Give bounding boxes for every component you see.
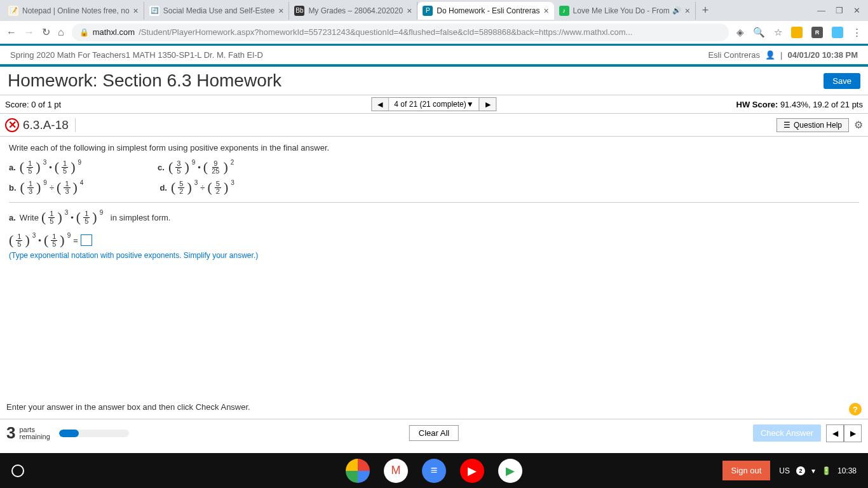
- launcher-icon[interactable]: [11, 464, 24, 477]
- save-button[interactable]: Save: [824, 73, 860, 89]
- home-button[interactable]: ⌂: [58, 27, 64, 38]
- close-icon[interactable]: ×: [407, 6, 412, 16]
- tab-title: Love Me Like You Do - From: [573, 6, 670, 15]
- score-bar: Score: 0 of 1 pt ◀ 4 of 21 (21 complete)…: [0, 95, 868, 114]
- clock: 10:38: [837, 466, 857, 475]
- new-tab-button[interactable]: +: [696, 4, 715, 17]
- part-d: d. (52)3 ÷ (52)3: [159, 179, 234, 196]
- forward-button[interactable]: →: [24, 27, 34, 38]
- tab-title: Notepad | Online Notes free, no: [22, 6, 130, 15]
- sub-question-a: a. Write (15)3 • (15)9 in simplest form.: [9, 209, 859, 226]
- user-icon[interactable]: 👤: [765, 50, 775, 60]
- answer-hint: (Type exponential notation with positive…: [9, 251, 859, 260]
- score-label: Score: 0 of 1 pt: [5, 100, 61, 109]
- homework-header: Homework: Section 6.3 Homework Save: [0, 67, 868, 95]
- back-button[interactable]: ←: [6, 27, 17, 38]
- check-answer-button[interactable]: Check Answer: [753, 424, 821, 442]
- extension-icon[interactable]: [832, 27, 843, 38]
- search-icon[interactable]: 🔍: [753, 27, 765, 38]
- docs-icon[interactable]: ≡: [422, 459, 446, 483]
- present-icon[interactable]: ◈: [736, 27, 744, 38]
- chrome-icon[interactable]: [346, 459, 370, 483]
- part-c: c. (35)9 • (925)2: [158, 159, 234, 175]
- url-domain: mathxl.com: [93, 27, 135, 37]
- url-input[interactable]: 🔒 mathxl.com/Student/PlayerHomework.aspx…: [72, 24, 729, 41]
- sign-out-button[interactable]: Sign out: [722, 461, 771, 480]
- gmail-icon[interactable]: M: [384, 459, 408, 483]
- restore-icon[interactable]: ❐: [836, 6, 843, 15]
- tab-title: My Grades – 28064.202020: [308, 6, 403, 15]
- wifi-icon: ▾: [811, 466, 815, 475]
- question-help-button[interactable]: ☰Question Help: [776, 118, 849, 132]
- part-a: a. (15)3 • (15)9: [9, 159, 81, 175]
- minimize-icon[interactable]: —: [817, 6, 825, 15]
- help-bubble-icon[interactable]: ?: [849, 403, 862, 416]
- menu-icon[interactable]: ⋮: [852, 27, 862, 38]
- page-title: Homework: Section 6.3 Homework: [8, 71, 281, 91]
- parts-remaining: 3 partsremaining: [6, 423, 129, 443]
- course-name: Spring 2020 Math For Teachers1 MATH 1350…: [10, 50, 263, 60]
- prev-part-button[interactable]: ◀: [826, 424, 844, 442]
- star-icon[interactable]: ☆: [774, 27, 782, 38]
- incorrect-icon: ✕: [5, 118, 19, 132]
- question-id: 6.3.A-18: [23, 118, 76, 132]
- battery-icon: 🔋: [822, 466, 831, 475]
- close-icon[interactable]: ×: [685, 6, 690, 16]
- progress-bar: [59, 430, 129, 437]
- system-tray[interactable]: US 2 ▾ 🔋 10:38: [779, 466, 857, 475]
- window-controls: — ❐ ✕: [817, 6, 868, 15]
- extension-r-icon[interactable]: R: [811, 27, 823, 38]
- tab-title: Do Homework - Esli Contreras: [437, 6, 539, 15]
- close-icon[interactable]: ×: [278, 6, 283, 16]
- tab-grades[interactable]: BbMy Grades – 28064.202020×: [289, 2, 417, 20]
- hw-score: HW Score: 91.43%, 19.2 of 21 pts: [736, 100, 863, 109]
- tab-notepad[interactable]: 📝Notepad | Online Notes free, no×: [3, 2, 144, 20]
- next-question-button[interactable]: ▶: [479, 97, 497, 111]
- tab-homework[interactable]: PDo Homework - Esli Contreras×: [417, 2, 553, 20]
- next-part-button[interactable]: ▶: [844, 424, 862, 442]
- close-icon[interactable]: ×: [133, 6, 139, 16]
- question-prompt: Write each of the following in simplest …: [9, 143, 859, 152]
- prev-question-button[interactable]: ◀: [371, 97, 389, 111]
- course-bar: Spring 2020 Math For Teachers1 MATH 1350…: [0, 44, 868, 64]
- answer-input[interactable]: [81, 234, 92, 246]
- taskbar: M ≡ ▶ ▶ Sign out US 2 ▾ 🔋 10:38: [0, 453, 868, 488]
- speaker-icon: 🔊: [672, 6, 681, 15]
- reload-button[interactable]: ↻: [42, 26, 50, 38]
- part-b: b. (13)9 ÷ (13)4: [9, 179, 83, 196]
- tab-social[interactable]: 🔄Social Media Use and Self-Estee×: [144, 2, 290, 20]
- youtube-icon[interactable]: ▶: [460, 459, 484, 483]
- clear-all-button[interactable]: Clear All: [409, 425, 459, 441]
- tab-title: Social Media Use and Self-Estee: [163, 6, 275, 15]
- bottom-bar: 3 partsremaining Clear All Check Answer …: [0, 419, 868, 447]
- play-store-icon[interactable]: ▶: [498, 459, 522, 483]
- datetime: 04/01/20 10:38 PM: [787, 50, 858, 60]
- question-content: Write each of the following in simplest …: [0, 137, 868, 266]
- address-bar: ← → ↻ ⌂ 🔒 mathxl.com/Student/PlayerHomew…: [0, 21, 868, 44]
- question-bar: ✕ 6.3.A-18 ☰Question Help ⚙: [0, 114, 868, 137]
- question-dropdown[interactable]: 4 of 21 (21 complete) ▼: [389, 97, 478, 111]
- close-window-icon[interactable]: ✕: [853, 6, 860, 15]
- gear-icon[interactable]: ⚙: [854, 119, 863, 131]
- lang-indicator: US: [779, 466, 790, 475]
- extension-icon[interactable]: [791, 27, 803, 38]
- footer-instruction: Enter your answer in the answer box and …: [6, 402, 250, 412]
- url-path: /Student/PlayerHomework.aspx?homeworkId=…: [139, 27, 632, 37]
- close-icon[interactable]: ×: [543, 6, 548, 16]
- browser-tabs-bar: 📝Notepad | Online Notes free, no× 🔄Socia…: [0, 0, 868, 21]
- notification-badge: 2: [796, 466, 805, 475]
- lock-icon: 🔒: [79, 28, 89, 37]
- tab-spotify[interactable]: ♪Love Me Like You Do - From🔊×: [554, 2, 696, 20]
- answer-line: (15)3 • (15)9 =: [9, 232, 859, 248]
- user-name: Esli Contreras: [708, 50, 760, 60]
